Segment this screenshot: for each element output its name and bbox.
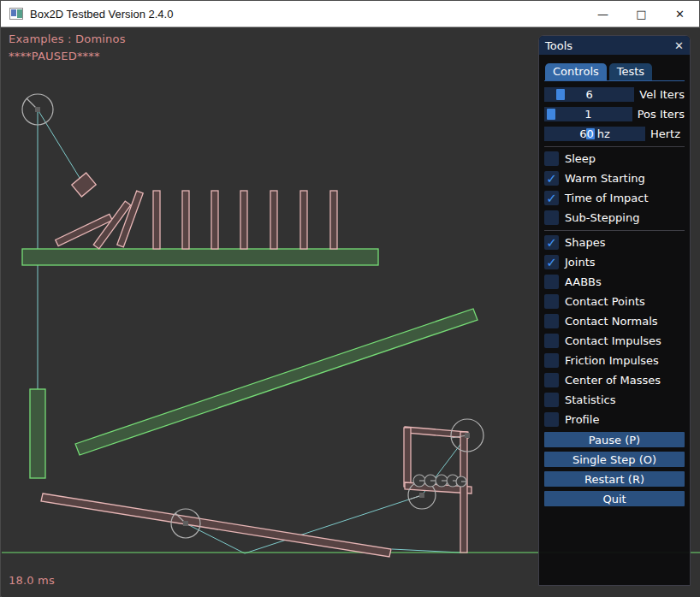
shapes-checkbox[interactable]: ✓	[544, 235, 559, 250]
vel-iters-slider-track[interactable]: 6	[544, 87, 634, 102]
contact-impulses-checkbox-row[interactable]: ✓Contact Impulses	[544, 334, 685, 348]
hertz-slider-track[interactable]: 60 hz	[544, 127, 645, 141]
tab-bar: ControlsTests	[544, 63, 685, 81]
upright-domino	[182, 191, 189, 249]
joints-checkbox[interactable]: ✓	[544, 255, 559, 269]
friction-impulses-checkbox-row[interactable]: ✓Friction Impulses	[544, 353, 685, 368]
shapes-checkbox-row[interactable]: ✓Shapes	[544, 235, 685, 250]
sub-stepping-checkbox[interactable]: ✓	[544, 210, 559, 225]
aabbs-checkbox-label: AABBs	[565, 275, 602, 288]
center-of-masses-checkbox-label: Center of Masses	[565, 374, 661, 387]
hertz-slider[interactable]: 60 hzHertz	[544, 127, 685, 141]
minimize-button[interactable]: —	[584, 1, 622, 27]
contact-normals-checkbox-row[interactable]: ✓Contact Normals	[544, 314, 685, 328]
vel-iters-slider-label: Vel Iters	[639, 88, 685, 101]
upright-domino	[240, 191, 247, 249]
checkbox-group-sim: ✓Sleep✓Warm Starting✓Time of Impact✓Sub-…	[544, 151, 685, 225]
contact-impulses-checkbox[interactable]: ✓	[544, 334, 559, 348]
joints-checkbox-row[interactable]: ✓Joints	[544, 255, 685, 269]
dynamic-bodies[interactable]	[41, 173, 472, 557]
center-of-masses-checkbox[interactable]: ✓	[544, 373, 559, 387]
time-of-impact-checkbox-row[interactable]: ✓Time of Impact	[544, 191, 685, 205]
quit-button[interactable]: Quit	[544, 491, 685, 506]
window-title: Box2D Testbed Version 2.4.0	[30, 8, 173, 21]
joints-checkbox-label: Joints	[565, 256, 596, 269]
vertical-plank	[30, 389, 45, 478]
statistics-checkbox-label: Statistics	[565, 393, 615, 406]
contact-points-checkbox-row[interactable]: ✓Contact Points	[544, 294, 685, 309]
upright-domino	[330, 191, 337, 249]
tab-tests[interactable]: Tests	[609, 63, 652, 80]
aabbs-checkbox-row[interactable]: ✓AABBs	[544, 275, 685, 289]
slider-group: 6Vel Iters1Pos Iters60 hzHertz	[544, 87, 685, 141]
separator	[544, 230, 685, 231]
warm-starting-checkbox-row[interactable]: ✓Warm Starting	[544, 171, 685, 186]
pos-iters-slider[interactable]: 1Pos Iters	[544, 107, 685, 121]
profile-checkbox[interactable]: ✓	[544, 412, 559, 427]
app-window: Box2D Testbed Version 2.4.0 — □ ✕	[0, 0, 700, 597]
hertz-slider-label: Hertz	[650, 127, 680, 140]
upright-domino	[270, 191, 277, 249]
aabbs-checkbox[interactable]: ✓	[544, 275, 559, 289]
sleep-checkbox-label: Sleep	[565, 152, 596, 165]
circle-bodies[interactable]	[22, 94, 483, 538]
shelf-balls	[413, 475, 466, 487]
friction-impulses-checkbox-label: Friction Impulses	[565, 354, 659, 367]
pos-iters-slider-label: Pos Iters	[638, 108, 685, 121]
warm-starting-checkbox-label: Warm Starting	[565, 172, 645, 185]
upright-domino	[153, 191, 160, 249]
statistics-checkbox-row[interactable]: ✓Statistics	[544, 393, 685, 407]
time-of-impact-checkbox-label: Time of Impact	[565, 192, 649, 204]
sub-stepping-checkbox-label: Sub-Stepping	[565, 211, 639, 224]
pendulum-box	[72, 173, 96, 197]
joint-lines	[38, 109, 467, 553]
statistics-checkbox[interactable]: ✓	[544, 393, 559, 407]
vel-iters-slider-value: 6	[544, 87, 634, 102]
pos-iters-slider-value: 1	[544, 107, 632, 121]
tools-panel-titlebar[interactable]: Tools ✕	[539, 36, 690, 55]
friction-impulses-checkbox[interactable]: ✓	[544, 353, 559, 368]
contact-points-checkbox-label: Contact Points	[565, 295, 645, 308]
contact-normals-checkbox[interactable]: ✓	[544, 314, 559, 328]
contact-impulses-checkbox-label: Contact Impulses	[565, 334, 661, 347]
frame-time-label: 18.0 ms	[9, 574, 55, 587]
contact-normals-checkbox-label: Contact Normals	[565, 315, 658, 328]
sub-stepping-checkbox-row[interactable]: ✓Sub-Stepping	[544, 210, 685, 225]
profile-checkbox-label: Profile	[565, 413, 599, 426]
warm-starting-checkbox[interactable]: ✓	[544, 171, 559, 186]
app-icon	[9, 8, 23, 20]
tools-panel: Tools ✕ ControlsTests 6Vel Iters1Pos Ite…	[538, 35, 691, 586]
seesaw-plank	[41, 494, 391, 557]
shapes-checkbox-label: Shapes	[565, 236, 605, 249]
sleep-checkbox[interactable]: ✓	[544, 151, 559, 166]
tab-controls[interactable]: Controls	[545, 63, 607, 80]
restart-button[interactable]: Restart (R)	[544, 471, 685, 487]
sleep-checkbox-row[interactable]: ✓Sleep	[544, 151, 685, 166]
maximize-button[interactable]: □	[622, 1, 661, 27]
tools-panel-title: Tools	[545, 39, 572, 52]
window-titlebar: Box2D Testbed Version 2.4.0 — □ ✕	[1, 1, 699, 27]
pos-iters-slider-track[interactable]: 1	[544, 107, 632, 121]
frame-left-post	[404, 428, 411, 487]
separator	[544, 146, 685, 147]
pause-button[interactable]: Pause (P)	[544, 432, 685, 447]
domino-platform	[22, 249, 378, 265]
single-step-button[interactable]: Single Step (O)	[544, 452, 685, 467]
panel-close-icon[interactable]: ✕	[674, 39, 684, 52]
upright-domino	[300, 191, 307, 249]
checkbox-group-draw: ✓Shapes✓Joints✓AABBs✓Contact Points✓Cont…	[544, 235, 685, 427]
upright-domino	[211, 191, 218, 249]
hertz-slider-value: 60 hz	[544, 127, 645, 141]
contact-points-checkbox[interactable]: ✓	[544, 294, 559, 309]
center-of-masses-checkbox-row[interactable]: ✓Center of Masses	[544, 373, 685, 387]
vel-iters-slider[interactable]: 6Vel Iters	[544, 87, 685, 102]
time-of-impact-checkbox[interactable]: ✓	[544, 191, 559, 205]
action-buttons: Pause (P)Single Step (O)Restart (R)Quit	[544, 432, 685, 506]
close-button[interactable]: ✕	[661, 1, 699, 27]
profile-checkbox-row[interactable]: ✓Profile	[544, 412, 685, 427]
example-label: Examples : Dominos	[9, 33, 126, 45]
paused-label: ****PAUSED****	[9, 50, 100, 62]
